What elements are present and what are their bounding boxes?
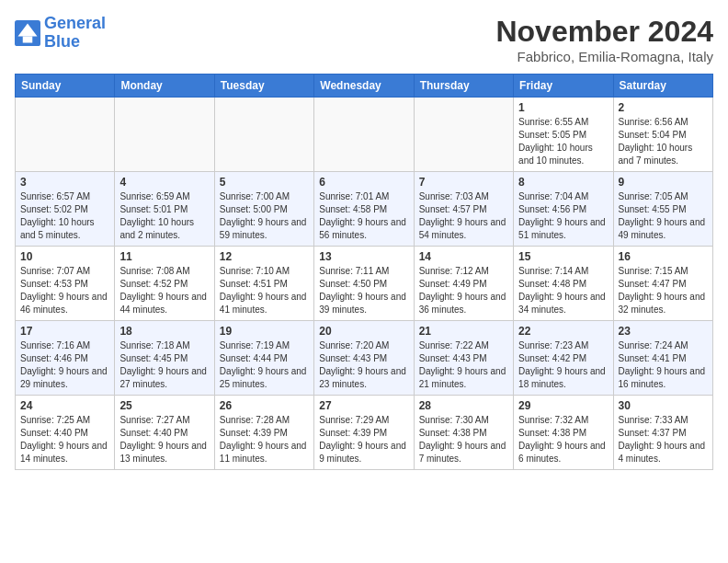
day-info: Sunrise: 7:28 AM Sunset: 4:39 PM Dayligh… [220,414,309,465]
day-info: Sunrise: 7:22 AM Sunset: 4:43 PM Dayligh… [419,339,508,391]
day-number: 19 [220,325,309,338]
day-number: 26 [220,399,309,412]
day-number: 1 [518,101,608,114]
day-number: 23 [619,325,708,338]
calendar-cell: 27Sunrise: 7:29 AM Sunset: 4:39 PM Dayli… [314,396,414,470]
day-info: Sunrise: 7:00 AM Sunset: 5:00 PM Dayligh… [220,190,309,242]
day-number: 24 [20,399,109,412]
day-info: Sunrise: 6:59 AM Sunset: 5:01 PM Dayligh… [119,190,209,242]
day-info: Sunrise: 7:07 AM Sunset: 4:53 PM Dayligh… [20,265,109,316]
calendar-cell: 11Sunrise: 7:08 AM Sunset: 4:52 PM Dayli… [115,247,214,321]
week-row-1: 1Sunrise: 6:55 AM Sunset: 5:05 PM Daylig… [16,98,713,172]
logo-line1: General [44,14,106,32]
day-info: Sunrise: 7:27 AM Sunset: 4:40 PM Dayligh… [119,414,209,465]
calendar-cell: 1Sunrise: 6:55 AM Sunset: 5:05 PM Daylig… [514,98,613,172]
day-number: 5 [220,176,309,189]
day-info: Sunrise: 7:04 AM Sunset: 4:56 PM Dayligh… [518,190,608,242]
day-info: Sunrise: 7:18 AM Sunset: 4:45 PM Dayligh… [119,339,209,391]
day-number: 16 [619,250,708,263]
calendar-cell: 6Sunrise: 7:01 AM Sunset: 4:58 PM Daylig… [314,172,414,247]
day-number: 22 [518,325,608,338]
svg-rect-2 [23,36,33,42]
day-info: Sunrise: 7:14 AM Sunset: 4:48 PM Dayligh… [518,265,608,316]
weekday-header-row: SundayMondayTuesdayWednesdayThursdayFrid… [16,75,713,98]
calendar-cell [214,98,313,172]
week-row-4: 17Sunrise: 7:16 AM Sunset: 4:46 PM Dayli… [16,321,713,396]
calendar-cell [115,98,214,172]
week-row-5: 24Sunrise: 7:25 AM Sunset: 4:40 PM Dayli… [16,396,713,470]
calendar-cell: 24Sunrise: 7:25 AM Sunset: 4:40 PM Dayli… [16,396,115,470]
calendar-cell: 13Sunrise: 7:11 AM Sunset: 4:50 PM Dayli… [314,247,414,321]
calendar-cell: 14Sunrise: 7:12 AM Sunset: 4:49 PM Dayli… [414,247,513,321]
day-info: Sunrise: 7:33 AM Sunset: 4:37 PM Dayligh… [619,414,708,465]
day-number: 25 [119,399,209,412]
calendar-cell: 12Sunrise: 7:10 AM Sunset: 4:51 PM Dayli… [214,247,313,321]
calendar-cell: 7Sunrise: 7:03 AM Sunset: 4:57 PM Daylig… [414,172,513,247]
logo-text: General Blue [44,15,106,52]
day-info: Sunrise: 7:23 AM Sunset: 4:42 PM Dayligh… [518,339,608,391]
day-info: Sunrise: 7:11 AM Sunset: 4:50 PM Dayligh… [319,265,408,316]
calendar-cell: 9Sunrise: 7:05 AM Sunset: 4:55 PM Daylig… [613,172,712,247]
day-info: Sunrise: 7:24 AM Sunset: 4:41 PM Dayligh… [619,339,708,391]
calendar-cell: 8Sunrise: 7:04 AM Sunset: 4:56 PM Daylig… [514,172,613,247]
day-number: 10 [20,250,109,263]
day-info: Sunrise: 7:29 AM Sunset: 4:39 PM Dayligh… [319,414,408,465]
weekday-header-sunday: Sunday [16,75,115,98]
day-number: 6 [319,176,408,189]
calendar-cell: 3Sunrise: 6:57 AM Sunset: 5:02 PM Daylig… [16,172,115,247]
day-number: 4 [119,176,209,189]
calendar-cell: 28Sunrise: 7:30 AM Sunset: 4:38 PM Dayli… [414,396,513,470]
calendar-cell: 15Sunrise: 7:14 AM Sunset: 4:48 PM Dayli… [514,247,613,321]
day-number: 3 [20,176,109,189]
day-number: 2 [619,101,708,114]
day-number: 27 [319,399,408,412]
day-info: Sunrise: 7:25 AM Sunset: 4:40 PM Dayligh… [20,414,109,465]
calendar-cell: 26Sunrise: 7:28 AM Sunset: 4:39 PM Dayli… [214,396,313,470]
day-number: 29 [518,399,608,412]
day-number: 21 [419,325,508,338]
calendar-cell: 30Sunrise: 7:33 AM Sunset: 4:37 PM Dayli… [613,396,712,470]
weekday-header-monday: Monday [115,75,214,98]
calendar-cell: 29Sunrise: 7:32 AM Sunset: 4:38 PM Dayli… [514,396,613,470]
calendar-cell: 20Sunrise: 7:20 AM Sunset: 4:43 PM Dayli… [314,321,414,396]
calendar-cell: 19Sunrise: 7:19 AM Sunset: 4:44 PM Dayli… [214,321,313,396]
location-title: Fabbrico, Emilia-Romagna, Italy [495,49,713,64]
day-info: Sunrise: 7:16 AM Sunset: 4:46 PM Dayligh… [20,339,109,391]
calendar-cell [414,98,513,172]
day-info: Sunrise: 7:32 AM Sunset: 4:38 PM Dayligh… [518,414,608,465]
day-info: Sunrise: 7:10 AM Sunset: 4:51 PM Dayligh… [220,265,309,316]
weekday-header-thursday: Thursday [414,75,513,98]
calendar-cell: 23Sunrise: 7:24 AM Sunset: 4:41 PM Dayli… [613,321,712,396]
day-info: Sunrise: 7:03 AM Sunset: 4:57 PM Dayligh… [419,190,508,242]
day-number: 17 [20,325,109,338]
day-info: Sunrise: 7:05 AM Sunset: 4:55 PM Dayligh… [619,190,708,242]
day-info: Sunrise: 7:30 AM Sunset: 4:38 PM Dayligh… [419,414,508,465]
calendar-cell: 5Sunrise: 7:00 AM Sunset: 5:00 PM Daylig… [214,172,313,247]
day-number: 12 [220,250,309,263]
calendar-cell [314,98,414,172]
calendar-cell: 22Sunrise: 7:23 AM Sunset: 4:42 PM Dayli… [514,321,613,396]
day-number: 9 [619,176,708,189]
weekday-header-saturday: Saturday [613,75,712,98]
calendar-cell: 16Sunrise: 7:15 AM Sunset: 4:47 PM Dayli… [613,247,712,321]
day-number: 20 [319,325,408,338]
day-number: 11 [119,250,209,263]
day-info: Sunrise: 7:19 AM Sunset: 4:44 PM Dayligh… [220,339,309,391]
month-title: November 2024 [495,15,713,49]
day-info: Sunrise: 6:57 AM Sunset: 5:02 PM Dayligh… [20,190,109,242]
logo-icon [15,20,40,46]
weekday-header-friday: Friday [514,75,613,98]
day-info: Sunrise: 7:08 AM Sunset: 4:52 PM Dayligh… [119,265,209,316]
day-info: Sunrise: 6:55 AM Sunset: 5:05 PM Dayligh… [518,116,608,167]
day-info: Sunrise: 7:12 AM Sunset: 4:49 PM Dayligh… [419,265,508,316]
calendar-cell: 21Sunrise: 7:22 AM Sunset: 4:43 PM Dayli… [414,321,513,396]
day-number: 13 [319,250,408,263]
week-row-2: 3Sunrise: 6:57 AM Sunset: 5:02 PM Daylig… [16,172,713,247]
calendar-cell: 18Sunrise: 7:18 AM Sunset: 4:45 PM Dayli… [115,321,214,396]
calendar-cell: 17Sunrise: 7:16 AM Sunset: 4:46 PM Dayli… [16,321,115,396]
day-info: Sunrise: 7:15 AM Sunset: 4:47 PM Dayligh… [619,265,708,316]
calendar-cell: 10Sunrise: 7:07 AM Sunset: 4:53 PM Dayli… [16,247,115,321]
calendar-cell [16,98,115,172]
logo-line2: Blue [44,32,80,51]
week-row-3: 10Sunrise: 7:07 AM Sunset: 4:53 PM Dayli… [16,247,713,321]
